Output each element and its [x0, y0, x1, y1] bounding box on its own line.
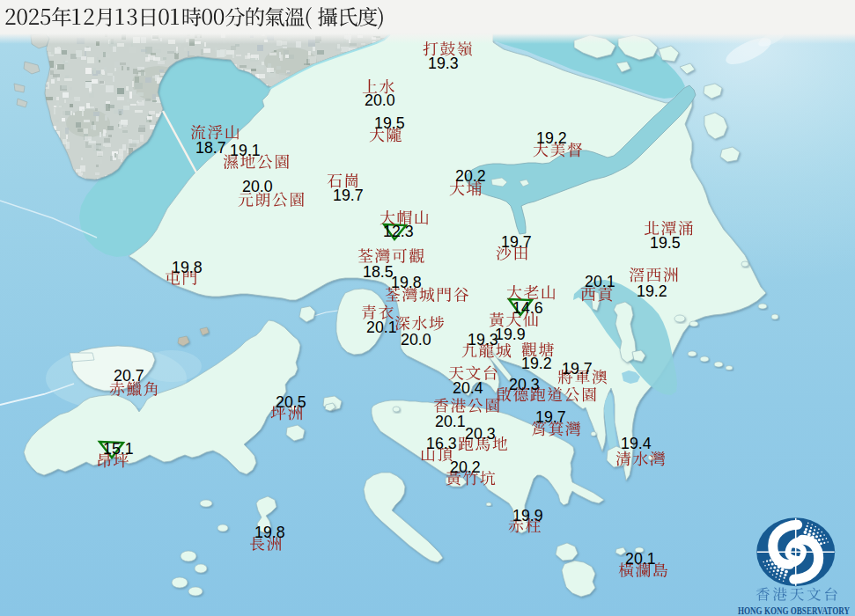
svg-text:19.2: 19.2: [637, 282, 667, 300]
svg-text:19.1: 19.1: [230, 142, 261, 159]
svg-text:20.1: 20.1: [585, 273, 615, 290]
svg-text:16.3: 16.3: [426, 435, 457, 452]
svg-text:19.8: 19.8: [254, 524, 285, 541]
svg-text:19.7: 19.7: [535, 408, 566, 426]
svg-text:19.3: 19.3: [468, 331, 498, 348]
svg-text:12.3: 12.3: [383, 223, 414, 240]
svg-text:19.7: 19.7: [562, 360, 593, 378]
svg-text:19.3: 19.3: [428, 55, 459, 72]
svg-text:20.2: 20.2: [450, 458, 481, 476]
svg-text:20.2: 20.2: [455, 167, 486, 185]
svg-text:15.1: 15.1: [103, 440, 134, 458]
svg-text:20.0: 20.0: [365, 92, 395, 109]
svg-text:19.2: 19.2: [521, 355, 552, 372]
svg-text:20.1: 20.1: [366, 319, 397, 336]
svg-text:19.9: 19.9: [495, 326, 526, 343]
svg-text:19.2: 19.2: [536, 129, 567, 147]
svg-text:20.4: 20.4: [453, 379, 483, 397]
svg-text:19.4: 19.4: [621, 435, 652, 452]
svg-text:19.8: 19.8: [391, 274, 422, 291]
svg-text:19.7: 19.7: [333, 187, 364, 204]
svg-text:20.5: 20.5: [276, 393, 306, 411]
svg-text:20.0: 20.0: [242, 178, 273, 195]
svg-text:20.7: 20.7: [114, 367, 144, 385]
svg-text:20.0: 20.0: [401, 331, 431, 348]
svg-text:19.5: 19.5: [650, 234, 681, 252]
svg-text:HONG KONG OBSERVATORY: HONG KONG OBSERVATORY: [738, 605, 850, 616]
svg-text:19.5: 19.5: [374, 114, 405, 132]
svg-text:19.7: 19.7: [501, 233, 532, 251]
svg-text:18.5: 18.5: [363, 263, 394, 281]
svg-text:20.3: 20.3: [509, 376, 540, 393]
svg-text:18.7: 18.7: [195, 139, 226, 157]
svg-text:14.6: 14.6: [512, 299, 543, 317]
svg-text:20.1: 20.1: [435, 413, 466, 430]
svg-text:19.9: 19.9: [512, 507, 543, 524]
svg-text:20.1: 20.1: [625, 550, 656, 568]
svg-text:20.3: 20.3: [465, 425, 496, 443]
svg-text:19.8: 19.8: [172, 259, 203, 276]
